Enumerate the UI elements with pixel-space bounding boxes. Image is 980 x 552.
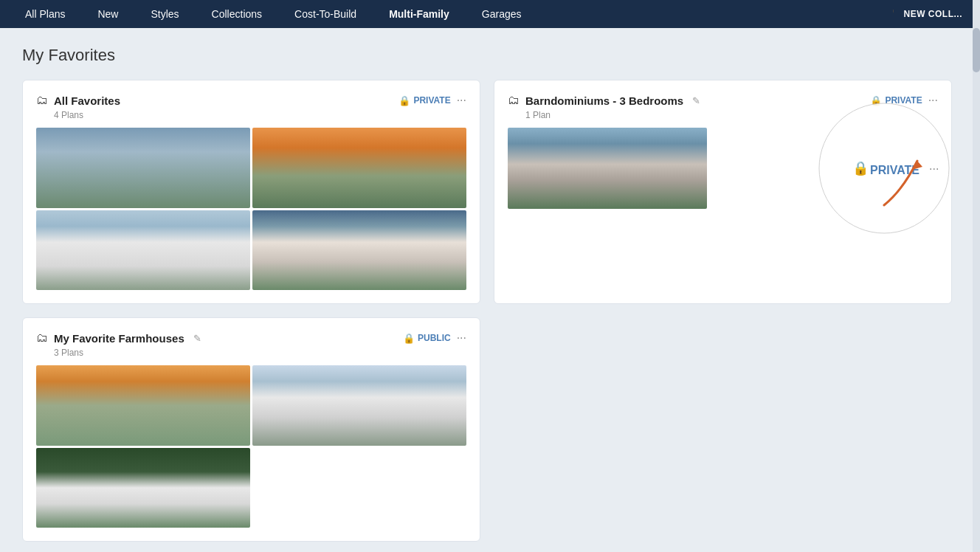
house-image-1: [36, 128, 250, 208]
lock-icon-all-favorites: 🔒: [398, 95, 410, 106]
collection-card-farmhouses: 🗂 My Favorite Farmhouses ✎ 🔒 PUBLIC ··· …: [22, 317, 480, 542]
folder-icon: 🗂: [36, 94, 48, 107]
more-menu-farmhouses[interactable]: ···: [457, 331, 466, 345]
image-grid-barndominiums: [508, 128, 707, 209]
house-image-2: [252, 128, 466, 208]
house-image-farmhouse-1: [36, 365, 250, 446]
scrollbar-thumb[interactable]: [973, 28, 980, 72]
house-image-farmhouse-3: [36, 448, 250, 528]
more-menu-all-favorites[interactable]: ···: [457, 94, 466, 107]
scrollbar[interactable]: [973, 0, 980, 552]
card-title-all-favorites: All Favorites: [54, 94, 120, 107]
card-header-farmhouses: 🗂 My Favorite Farmhouses ✎ 🔒 PUBLIC ···: [36, 331, 466, 345]
nav-garages[interactable]: Garages: [466, 0, 538, 28]
main-content: My Favorites 🗂 All Favorites 🔒 PRIVATE ·…: [0, 28, 980, 552]
card-header-barndominiums: 🗂 Barndominiums - 3 Bedrooms ✎ 🔒 PRIVATE…: [508, 94, 938, 107]
collection-card-barndominiums: 🗂 Barndominiums - 3 Bedrooms ✎ 🔒 PRIVATE…: [494, 80, 952, 304]
nav-styles[interactable]: Styles: [134, 0, 195, 28]
collections-grid: 🗂 All Favorites 🔒 PRIVATE ··· 4 Plans: [22, 80, 952, 542]
nav-all-plans[interactable]: All Plans: [9, 0, 81, 28]
card-title-farmhouses: My Favorite Farmhouses: [54, 332, 184, 345]
edit-icon-barndominiums[interactable]: ✎: [692, 95, 700, 106]
plan-count-barndominiums: 1 Plan: [525, 110, 938, 120]
card-title-barndominiums: Barndominiums - 3 Bedrooms: [525, 94, 683, 107]
plan-count-all-favorites: 4 Plans: [54, 110, 466, 120]
house-image-farmhouse-2: [252, 365, 466, 446]
edit-icon-farmhouses[interactable]: ✎: [193, 333, 201, 344]
image-grid-all-favorites: [36, 128, 466, 290]
image-grid-farmhouses: [36, 365, 466, 528]
main-nav: All Plans New Styles Collections Cost-To…: [0, 0, 980, 28]
house-image-barndominiums: [508, 128, 707, 209]
more-menu-barndominiums[interactable]: ···: [928, 94, 938, 107]
nav-collections[interactable]: Collections: [196, 0, 278, 28]
page-title: My Favorites: [22, 46, 958, 65]
visibility-badge-barndominiums: PRIVATE: [885, 95, 922, 106]
new-collection-button-partial[interactable]: NEW COLL...: [894, 0, 973, 28]
lock-icon-farmhouses: 🔒: [403, 333, 415, 344]
house-image-4: [252, 210, 466, 291]
folder-icon-farmhouses: 🗂: [36, 331, 48, 345]
nav-items: All Plans New Styles Collections Cost-To…: [9, 0, 892, 28]
lock-icon-barndominiums: 🔒: [870, 95, 882, 106]
card-header: 🗂 All Favorites 🔒 PRIVATE ···: [36, 94, 466, 107]
nav-multi-family[interactable]: Multi-Family: [373, 0, 466, 28]
visibility-badge-farmhouses: PUBLIC: [418, 333, 451, 343]
visibility-badge-all-favorites: PRIVATE: [413, 95, 450, 106]
nav-new[interactable]: New: [81, 0, 134, 28]
house-image-3: [36, 210, 250, 291]
plan-count-farmhouses: 3 Plans: [54, 348, 466, 358]
collection-card-all-favorites: 🗂 All Favorites 🔒 PRIVATE ··· 4 Plans: [22, 80, 480, 304]
nav-cost-to-build[interactable]: Cost-To-Build: [278, 0, 373, 28]
folder-icon-barndominiums: 🗂: [508, 94, 520, 107]
